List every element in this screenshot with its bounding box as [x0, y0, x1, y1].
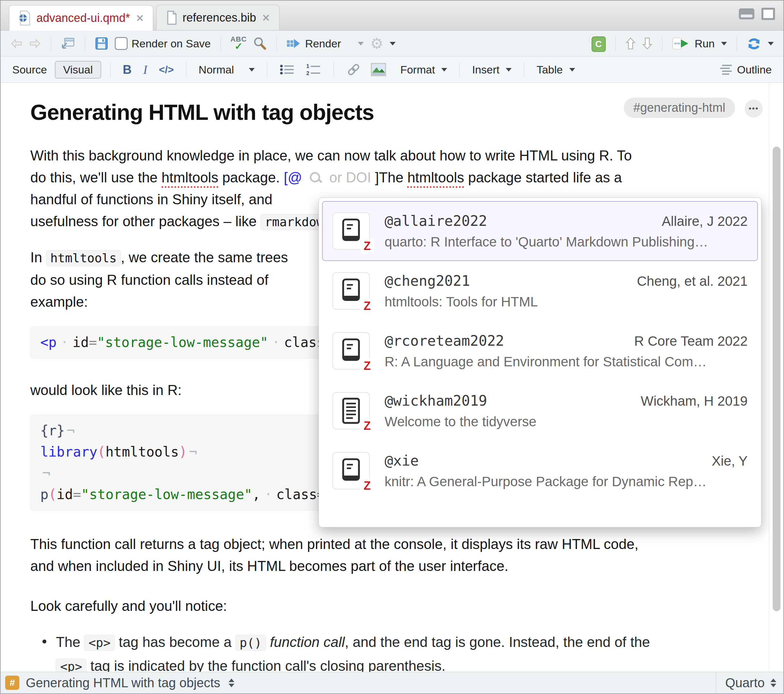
- render-label: Render: [305, 37, 341, 50]
- citation-item-allaire2022[interactable]: Z @allaire2022 Allaire, J 2022 quarto: R…: [322, 201, 758, 261]
- run-dropdown-caret[interactable]: [721, 42, 727, 45]
- citation-source-icon: Z: [333, 332, 370, 370]
- insert-chunk-button[interactable]: + C: [586, 33, 609, 54]
- format-menu[interactable]: Format: [397, 61, 451, 78]
- table-menu-caret: [569, 68, 575, 72]
- citation-item-rcoreteam2022[interactable]: Z @rcoreteam2022 R Core Team 2022 R: A L…: [322, 321, 758, 381]
- book-icon: [341, 217, 361, 245]
- insert-image-button[interactable]: [367, 61, 389, 78]
- bullet-list-button[interactable]: [276, 61, 298, 78]
- rerun-dropdown-caret[interactable]: [768, 42, 774, 45]
- text-token: tag has become a: [115, 634, 236, 650]
- citation-author: Cheng, et al. 2021: [637, 273, 748, 289]
- run-button[interactable]: Run: [669, 35, 730, 52]
- insert-chunk-icon: + C: [590, 35, 606, 52]
- paragraph-style-caret: [249, 68, 255, 72]
- outline-label: Outline: [737, 64, 772, 76]
- find-replace-button[interactable]: [250, 35, 270, 52]
- section-anchor-badge[interactable]: #generating-html: [624, 98, 735, 118]
- checkbox-icon[interactable]: [115, 37, 128, 50]
- text-token: id: [57, 487, 73, 502]
- maximize-icon[interactable]: [761, 8, 775, 20]
- back-button[interactable]: [7, 36, 26, 51]
- citation-item-cheng2021[interactable]: Z @cheng2021 Cheng, et al. 2021 htmltool…: [322, 261, 758, 321]
- section-navigator[interactable]: # Generating HTML with tag objects: [1, 676, 716, 690]
- next-chunk-button[interactable]: [639, 35, 656, 52]
- tab-references-bib[interactable]: references.bib ✕: [156, 5, 279, 30]
- more-options-button[interactable]: •••: [744, 100, 763, 118]
- tab-label: references.bib: [183, 11, 256, 25]
- text-token: library: [40, 444, 97, 460]
- section-updown-icon: [229, 679, 234, 687]
- source-mode-label: Source: [12, 64, 47, 76]
- bullet-item: • The <p> tag has become a p() function …: [30, 630, 754, 672]
- text-token: do so using R function calls instead of: [30, 272, 268, 288]
- text-token: ]: [375, 169, 379, 185]
- text-token: would look like this in R:: [30, 382, 182, 398]
- outline-icon: [720, 64, 733, 76]
- citation-key: @rcoreteam2022: [385, 332, 504, 349]
- close-tab-icon[interactable]: ✕: [136, 13, 144, 24]
- text-token: [@: [284, 169, 302, 185]
- text-token: and when included in Shiny UI, its HTML …: [30, 558, 508, 574]
- text-token: In: [30, 249, 46, 265]
- text-token: p: [40, 487, 48, 502]
- tab-advanced-ui-qmd[interactable]: advanced-ui.qmd* ✕: [9, 5, 153, 31]
- main-toolbar: Render on Save ABC ✓ Render: [1, 31, 783, 57]
- text-token: usefulness for other packages – like: [30, 213, 260, 229]
- citation-title: knitr: A General-Purpose Package for Dyn…: [385, 474, 748, 489]
- open-in-new-window-button[interactable]: [58, 35, 78, 52]
- text-token: do this, we'll use the: [30, 169, 161, 185]
- spellcheck-button[interactable]: ABC ✓: [227, 34, 250, 53]
- citation-title: quarto: R Interface to 'Quarto' Markdown…: [385, 234, 748, 250]
- current-section-label: Generating HTML with tag objects: [26, 676, 220, 690]
- render-on-save-checkbox[interactable]: Render on Save: [112, 35, 214, 52]
- bullet-marker: •: [42, 630, 47, 672]
- citation-title: R: A Language and Environment for Statis…: [385, 354, 748, 370]
- save-icon: [95, 37, 108, 50]
- text-token: handful of functions in Shiny itself, an…: [30, 191, 272, 207]
- italic-button[interactable]: I: [140, 61, 150, 79]
- numbered-list-button[interactable]: 1 2: [303, 61, 324, 78]
- citation-item-wickham2019[interactable]: Z @wickham2019 Wickham, H 2019 Welcome t…: [322, 381, 758, 441]
- inline-code-button[interactable]: </>: [156, 62, 177, 78]
- bullet-text: The <p> tag has become a p() function ca…: [56, 630, 650, 672]
- section-hash-icon: #: [5, 676, 19, 690]
- citation-item-xie[interactable]: Z @xie Xie, Y knitr: A General-Purpose P…: [322, 441, 758, 501]
- mode-updown-icon: [771, 679, 776, 687]
- text-token: This function call returns a tag object;…: [30, 536, 638, 552]
- citation-key: @xie: [385, 452, 419, 469]
- run-label: Run: [695, 37, 715, 50]
- text-token: With this background knowledge in place,…: [30, 148, 632, 163]
- forward-button[interactable]: [26, 36, 44, 51]
- previous-chunk-button[interactable]: [622, 35, 639, 52]
- search-icon: [310, 171, 322, 184]
- insert-menu[interactable]: Insert: [469, 61, 515, 78]
- paragraph-style-dropdown[interactable]: Normal: [195, 61, 258, 78]
- editor-status-bar: # Generating HTML with tag objects Quart…: [1, 672, 783, 693]
- outline-toggle-button[interactable]: Outline: [716, 61, 775, 78]
- visual-mode-button[interactable]: Visual: [55, 61, 101, 79]
- settings-dropdown-caret[interactable]: [390, 42, 395, 45]
- text-token: "storage-low-message": [97, 334, 268, 350]
- minimize-icon[interactable]: [739, 8, 754, 19]
- save-button[interactable]: [92, 35, 112, 52]
- render-settings-button[interactable]: ⚙: [367, 34, 399, 53]
- table-menu[interactable]: Table: [533, 61, 578, 78]
- rerun-button[interactable]: [743, 35, 777, 52]
- document-editor[interactable]: Generating HTML with tag objects #genera…: [1, 83, 783, 672]
- close-tab-icon[interactable]: ✕: [262, 12, 270, 23]
- insert-menu-caret: [506, 68, 512, 72]
- text-token: <p>: [84, 635, 115, 651]
- source-mode-button[interactable]: Source: [9, 61, 50, 78]
- text-token: "storage-low-message": [81, 487, 252, 502]
- render-button[interactable]: Render: [283, 35, 367, 52]
- vertical-scrollbar[interactable]: [773, 146, 781, 611]
- insert-link-button[interactable]: [343, 61, 364, 78]
- document-mode-selector[interactable]: Quarto: [716, 672, 783, 693]
- render-dropdown-caret[interactable]: [358, 42, 364, 45]
- citation-source-icon: Z: [333, 452, 370, 489]
- bold-button[interactable]: B: [120, 61, 135, 79]
- paragraph-style-label: Normal: [199, 64, 234, 76]
- gear-icon: ⚙: [370, 36, 383, 51]
